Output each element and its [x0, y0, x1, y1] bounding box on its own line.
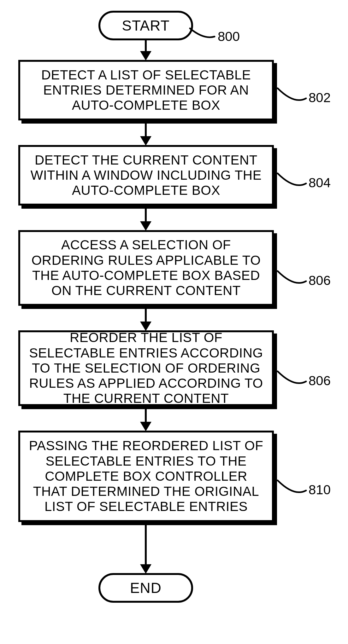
ref-806a: 806: [309, 273, 331, 288]
ref-802: 802: [309, 90, 331, 105]
terminator-end: END: [98, 573, 193, 603]
arrow-s2-s3: [145, 208, 147, 223]
leader-800: [188, 27, 216, 46]
arrow-start-s1: [145, 40, 147, 52]
arrowhead-s5-end: [140, 564, 151, 574]
leader-806b: [276, 370, 308, 392]
process-s4: REORDER THE LIST OF SELECTABLE ENTRIES A…: [18, 330, 274, 406]
arrow-s3-s4: [145, 308, 147, 323]
ref-810: 810: [309, 482, 331, 497]
leader-806a: [276, 270, 308, 292]
arrowhead-start-s1: [140, 51, 151, 61]
process-s1: DETECT A LIST OF SELECTABLE ENTRIES DETE…: [18, 60, 274, 120]
arrow-s5-end: [145, 525, 147, 566]
arrow-s1-s2: [145, 123, 147, 137]
process-s1-label: DETECT A LIST OF SELECTABLE ENTRIES DETE…: [27, 67, 266, 113]
arrow-s4-s5: [145, 409, 147, 423]
arrowhead-s2-s3: [140, 221, 151, 231]
process-s3: ACCESS A SELECTION OF ORDERING RULES APP…: [18, 230, 274, 306]
process-s2: DETECT THE CURRENT CONTENT WITHIN A WIND…: [18, 145, 274, 206]
arrowhead-s4-s5: [140, 422, 151, 431]
leader-802: [276, 87, 308, 109]
process-s3-label: ACCESS A SELECTION OF ORDERING RULES APP…: [27, 237, 266, 298]
ref-804: 804: [309, 175, 331, 190]
terminator-start-label: START: [122, 17, 170, 34]
ref-800: 800: [218, 29, 240, 44]
leader-804: [276, 172, 308, 194]
arrowhead-s1-s2: [140, 136, 151, 146]
flowchart-canvas: START 800 DETECT A LIST OF SELECTABLE EN…: [0, 0, 348, 644]
arrowhead-s3-s4: [140, 322, 151, 331]
ref-806b: 806: [309, 373, 331, 388]
leader-810: [276, 479, 308, 501]
process-s5: PASSING THE REORDERED LIST OF SELECTABLE…: [18, 431, 274, 522]
terminator-start: START: [98, 11, 193, 40]
terminator-end-label: END: [130, 579, 162, 596]
process-s2-label: DETECT THE CURRENT CONTENT WITHIN A WIND…: [27, 153, 266, 198]
process-s4-label: REORDER THE LIST OF SELECTABLE ENTRIES A…: [27, 330, 266, 406]
process-s5-label: PASSING THE REORDERED LIST OF SELECTABLE…: [27, 438, 266, 514]
